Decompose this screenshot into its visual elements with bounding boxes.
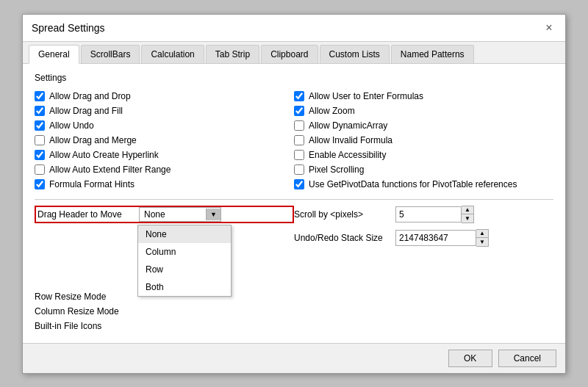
formula-format-hints-checkbox[interactable] (35, 179, 45, 189)
undo-stack-input[interactable] (395, 230, 476, 246)
allow-extend-filter-checkbox[interactable] (35, 164, 45, 175)
allow-drag-drop-label: Allow Drag and Drop (49, 91, 131, 101)
allow-undo-label: Allow Undo (49, 120, 94, 131)
tab-scrollbars[interactable]: ScrollBars (81, 45, 140, 63)
builtin-icons-label: Built-in File Icons (35, 321, 130, 331)
formula-format-hints-label: Formula Format Hints (49, 179, 135, 189)
checkbox-item: Allow Auto Extend Filter Range (35, 162, 294, 177)
allow-drag-fill-checkbox[interactable] (35, 106, 45, 116)
checkbox-item: Allow Undo (35, 118, 294, 133)
enable-accessibility-checkbox[interactable] (294, 150, 304, 160)
allow-zoom-checkbox[interactable] (294, 106, 304, 116)
scroll-pixels-down[interactable]: ▼ (462, 214, 473, 223)
column-resize-label: Column Resize Mode (35, 306, 130, 317)
allow-drag-merge-checkbox[interactable] (35, 135, 45, 145)
dropdown-option-column[interactable]: Column (138, 243, 231, 261)
right-checkboxes: Allow User to Enter Formulas Allow Zoom … (294, 89, 553, 192)
allow-drag-drop-checkbox[interactable] (35, 91, 45, 101)
bottom-bar: OK Cancel (23, 343, 565, 373)
scroll-pixels-spin-buttons: ▲ ▼ (462, 206, 474, 223)
row-resize-label: Row Resize Mode (35, 292, 130, 302)
use-getpivotdata-checkbox[interactable] (294, 179, 304, 189)
dropdown-section: Drag Header to Move None ▼ None Column R… (35, 206, 294, 333)
left-checkboxes: Allow Drag and Drop Allow Drag and Fill … (35, 89, 294, 192)
checkbox-item: Allow DynamicArray (294, 118, 553, 133)
drag-header-arrow[interactable]: ▼ (206, 209, 220, 220)
allow-dynamic-array-checkbox[interactable] (294, 120, 304, 131)
close-button[interactable]: × (542, 21, 556, 35)
undo-stack-row: Undo/Redo Stack Size ▲ ▼ (294, 229, 553, 247)
allow-enter-formulas-checkbox[interactable] (294, 91, 304, 101)
checkbox-item: Enable Accessibility (294, 148, 553, 162)
allow-invalid-formula-checkbox[interactable] (294, 135, 304, 145)
dropdown-option-none[interactable]: None (138, 225, 231, 243)
tab-namedpatterns[interactable]: Named Patterns (391, 45, 474, 63)
allow-zoom-label: Allow Zoom (309, 106, 355, 116)
scroll-pixels-spinner: ▲ ▼ (395, 206, 474, 223)
undo-stack-spin-buttons: ▲ ▼ (476, 229, 489, 247)
builtin-icons-row: Built-in File Icons (35, 319, 294, 333)
use-getpivotdata-label: Use GetPivotData functions for PivotTabl… (309, 179, 517, 189)
column-resize-row: Column Resize Mode (35, 304, 294, 319)
spread-settings-dialog: Spread Settings × General ScrollBars Cal… (22, 14, 566, 374)
undo-stack-up[interactable]: ▲ (476, 230, 488, 238)
checkbox-item: Allow Auto Create Hyperlink (35, 148, 294, 162)
allow-invalid-formula-label: Allow Invalid Formula (309, 135, 392, 145)
scroll-pixels-row: Scroll by <pixels> ▲ ▼ (294, 206, 553, 223)
checkbox-item: Formula Format Hints (35, 177, 294, 192)
cancel-button[interactable]: Cancel (498, 350, 556, 367)
allow-drag-fill-label: Allow Drag and Fill (49, 106, 123, 116)
dropdown-option-both[interactable]: Both (138, 278, 231, 296)
settings-section-label: Settings (35, 73, 553, 83)
checkbox-item: Allow Zoom (294, 104, 553, 118)
ok-button[interactable]: OK (448, 350, 492, 367)
checkboxes-grid: Allow Drag and Drop Allow Drag and Fill … (35, 89, 553, 192)
dialog-title: Spread Settings (32, 22, 105, 34)
checkbox-item: Use GetPivotData functions for PivotTabl… (294, 177, 553, 192)
drag-header-dropdown[interactable]: None ▼ (139, 207, 221, 222)
allow-dynamic-array-label: Allow DynamicArray (309, 120, 387, 131)
checkbox-item: Allow Drag and Drop (35, 89, 294, 104)
tab-general[interactable]: General (29, 45, 79, 64)
checkbox-item: Pixel Scrolling (294, 162, 553, 177)
checkbox-item: Allow Drag and Merge (35, 133, 294, 148)
spinner-section: Scroll by <pixels> ▲ ▼ Undo/Redo Stack S… (294, 206, 553, 247)
allow-auto-hyperlink-checkbox[interactable] (35, 150, 45, 160)
drag-header-value: None (140, 208, 206, 221)
dropdown-option-row[interactable]: Row (138, 261, 231, 278)
allow-drag-merge-label: Allow Drag and Merge (49, 135, 137, 145)
drag-header-label: Drag Header to Move (37, 209, 133, 220)
drag-header-row: Drag Header to Move None ▼ None Column R… (35, 206, 294, 223)
allow-undo-checkbox[interactable] (35, 120, 45, 131)
bottom-section: Drag Header to Move None ▼ None Column R… (35, 206, 553, 333)
dropdown-list: None Column Row Both (137, 225, 232, 297)
separator (35, 199, 553, 200)
settings-content: Settings Allow Drag and Drop Allow Drag … (23, 64, 565, 343)
undo-stack-spinner: ▲ ▼ (395, 229, 489, 247)
checkbox-item: Allow Drag and Fill (35, 104, 294, 118)
allow-enter-formulas-label: Allow User to Enter Formulas (309, 91, 423, 101)
tab-calculation[interactable]: Calculation (141, 45, 204, 63)
enable-accessibility-label: Enable Accessibility (309, 150, 386, 160)
pixel-scrolling-label: Pixel Scrolling (309, 164, 364, 175)
undo-stack-down[interactable]: ▼ (476, 238, 488, 246)
allow-extend-filter-label: Allow Auto Extend Filter Range (49, 164, 171, 175)
allow-auto-hyperlink-label: Allow Auto Create Hyperlink (49, 150, 159, 160)
scroll-pixels-up[interactable]: ▲ (462, 206, 473, 214)
undo-stack-label: Undo/Redo Stack Size (294, 233, 390, 243)
tab-tabstrip[interactable]: Tab Strip (206, 45, 259, 63)
checkbox-item: Allow User to Enter Formulas (294, 89, 553, 104)
tab-bar: General ScrollBars Calculation Tab Strip… (23, 42, 565, 64)
scroll-pixels-input[interactable] (395, 206, 462, 223)
tab-customlists[interactable]: Custom Lists (320, 45, 390, 63)
title-bar: Spread Settings × (23, 15, 565, 42)
pixel-scrolling-checkbox[interactable] (294, 164, 304, 175)
tab-clipboard[interactable]: Clipboard (261, 45, 318, 63)
checkbox-item: Allow Invalid Formula (294, 133, 553, 148)
scroll-pixels-label: Scroll by <pixels> (294, 209, 390, 220)
